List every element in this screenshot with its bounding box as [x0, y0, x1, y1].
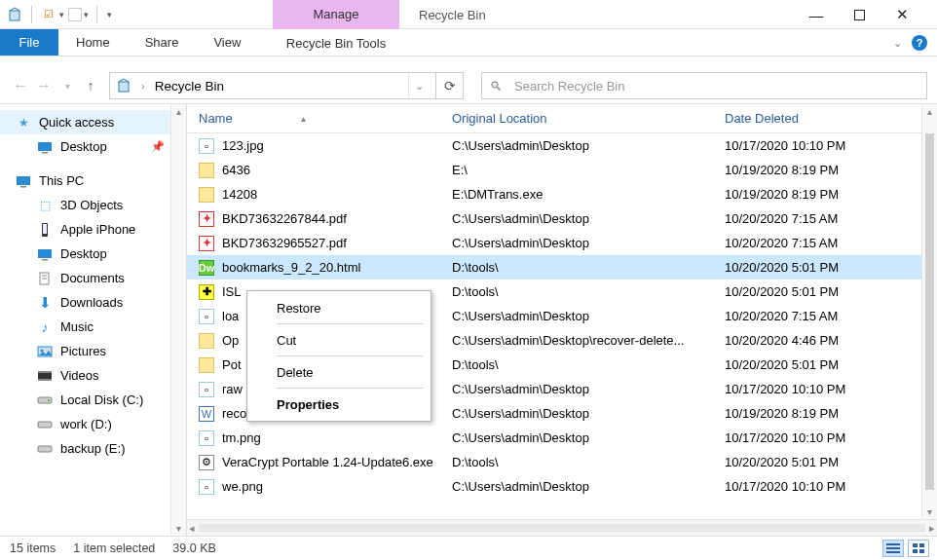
help-icon[interactable]: ?: [912, 35, 927, 51]
sort-indicator-icon: ▴: [301, 113, 306, 124]
tree-scrollbar[interactable]: ▴ ▾: [170, 104, 186, 536]
pin-icon: 📌: [151, 140, 165, 153]
file-name: BKD73632267844.pdf: [222, 211, 347, 226]
tab-share[interactable]: Share: [128, 29, 197, 56]
scroll-track[interactable]: [199, 524, 925, 532]
qat-customize-icon[interactable]: ▾: [103, 10, 112, 19]
tree-label: Apple iPhone: [60, 222, 135, 237]
tree-music[interactable]: ♪ Music: [0, 315, 186, 339]
scroll-down-icon[interactable]: ▾: [176, 523, 181, 534]
tree-local-disk-c[interactable]: Local Disk (C:): [0, 388, 186, 412]
forward-button[interactable]: →: [33, 75, 55, 96]
tree-label: Music: [60, 319, 94, 334]
scroll-up-icon[interactable]: ▴: [927, 106, 932, 117]
column-date-deleted[interactable]: Date Deleted: [725, 111, 937, 126]
svg-rect-4: [17, 176, 30, 185]
list-vertical-scrollbar[interactable]: ▴ ▾: [921, 104, 937, 519]
star-icon: ★: [16, 115, 31, 131]
table-row[interactable]: ▫we.pngC:\Users\admin\Desktop10/17/2020 …: [187, 474, 937, 499]
tree-quick-access[interactable]: ★ Quick access: [0, 110, 186, 134]
file-tab[interactable]: File: [0, 29, 58, 56]
table-row[interactable]: ✦BKD73632267844.pdfC:\Users\admin\Deskto…: [187, 206, 937, 231]
view-details-button[interactable]: [882, 540, 904, 557]
qat-blank-icon[interactable]: [68, 8, 82, 21]
refresh-button[interactable]: ⟳: [436, 72, 464, 99]
tree-label: Videos: [60, 368, 99, 383]
table-row[interactable]: ⚙VeraCrypt Portable 1.24-Update6.exeD:\t…: [187, 450, 937, 474]
ribbon-tabs: File Home Share View Recycle Bin Tools ⌄…: [0, 29, 937, 56]
qat-properties-icon[interactable]: ☑: [40, 6, 57, 23]
tree-label: Desktop: [60, 246, 107, 261]
image-file-icon: ▫: [199, 479, 214, 495]
list-horizontal-scrollbar[interactable]: ◂ ▸: [187, 519, 937, 536]
tree-3d-objects[interactable]: ⬚ 3D Objects: [0, 193, 186, 217]
ctx-cut[interactable]: Cut: [247, 327, 431, 353]
ribbon-expand-icon[interactable]: ⌄: [893, 37, 902, 50]
tab-home[interactable]: Home: [58, 29, 128, 56]
view-large-icons-button[interactable]: [908, 540, 929, 557]
context-menu: Restore Cut Delete Properties: [246, 290, 431, 422]
chevron-right-icon[interactable]: ›: [137, 80, 149, 92]
up-button[interactable]: ↑: [80, 75, 101, 96]
tree-label: Documents: [60, 271, 125, 285]
tab-recycle-bin-tools[interactable]: Recycle Bin Tools: [273, 29, 399, 56]
search-input[interactable]: [512, 78, 918, 94]
tree-backup-e[interactable]: backup (E:): [0, 436, 186, 461]
address-bar[interactable]: › Recycle Bin ⌄: [109, 72, 436, 99]
tree-apple-iphone[interactable]: Apple iPhone: [0, 217, 186, 242]
close-button[interactable]: ✕: [888, 6, 916, 23]
address-history-icon[interactable]: ⌄: [408, 73, 430, 98]
file-name: ISL: [222, 284, 242, 299]
scroll-up-icon[interactable]: ▴: [176, 106, 181, 117]
search-box[interactable]: 🔍︎: [481, 72, 927, 99]
file-name: 123.jpg: [222, 138, 264, 153]
tree-documents[interactable]: Documents: [0, 266, 186, 290]
svg-rect-8: [38, 249, 52, 258]
scroll-thumb[interactable]: [925, 133, 934, 490]
this-pc-icon: [16, 173, 31, 189]
tree-work-d[interactable]: work (D:): [0, 412, 186, 436]
dreamweaver-file-icon: Dw: [199, 260, 214, 276]
videos-icon: [37, 368, 53, 384]
tree-label: This PC: [39, 173, 84, 188]
tree-videos[interactable]: Videos: [0, 363, 186, 388]
table-row[interactable]: 14208E:\DMTrans.exe10/19/2020 8:19 PM: [187, 182, 937, 206]
tree-qa-desktop[interactable]: Desktop 📌: [0, 134, 186, 159]
maximize-button[interactable]: [845, 7, 873, 23]
recent-locations-icon[interactable]: ▾: [56, 75, 78, 96]
title-bar: ☑ ▾ ▾ ▾ Manage Recycle Bin — ✕: [0, 0, 937, 29]
ctx-restore[interactable]: Restore: [247, 295, 431, 320]
table-row[interactable]: ▫123.jpgC:\Users\admin\Desktop10/17/2020…: [187, 133, 937, 158]
table-row[interactable]: Dwbookmarks_9_2_20.htmlD:\tools\10/20/20…: [187, 255, 937, 280]
column-name[interactable]: Name: [199, 111, 233, 126]
breadcrumb[interactable]: Recycle Bin: [155, 79, 402, 93]
isl-file-icon: ✚: [199, 284, 214, 300]
tree-downloads[interactable]: ⬇ Downloads: [0, 290, 186, 315]
ctx-properties[interactable]: Properties: [247, 392, 431, 417]
svg-rect-5: [20, 186, 26, 188]
table-row[interactable]: ▫tm.pngC:\Users\admin\Desktop10/17/2020 …: [187, 426, 937, 450]
table-row[interactable]: 6436E:\10/19/2020 8:19 PM: [187, 158, 937, 182]
scroll-right-icon[interactable]: ▸: [929, 522, 935, 535]
tab-view[interactable]: View: [196, 29, 258, 56]
column-headers[interactable]: Name ▴ Original Location Date Deleted: [187, 104, 937, 133]
tree-desktop[interactable]: Desktop: [0, 242, 186, 266]
chevron-down-icon[interactable]: ▾: [84, 10, 89, 19]
minimize-button[interactable]: —: [803, 7, 830, 23]
status-size: 39.0 KB: [172, 541, 215, 555]
scroll-down-icon[interactable]: ▾: [927, 506, 932, 517]
menu-separator: [277, 388, 423, 389]
svg-rect-28: [919, 549, 924, 553]
scroll-left-icon[interactable]: ◂: [189, 522, 195, 535]
ctx-delete[interactable]: Delete: [247, 359, 431, 385]
tree-this-pc[interactable]: This PC: [0, 168, 186, 193]
back-button[interactable]: ←: [10, 75, 31, 96]
table-row[interactable]: ✦BKD73632965527.pdfC:\Users\admin\Deskto…: [187, 231, 937, 255]
tree-pictures[interactable]: Pictures: [0, 339, 186, 363]
status-bar: 15 items 1 item selected 39.0 KB: [0, 536, 937, 559]
svg-rect-7: [43, 224, 47, 234]
navigation-pane[interactable]: ★ Quick access Desktop 📌 This PC ⬚ 3D Ob…: [0, 104, 187, 536]
column-original-location[interactable]: Original Location: [452, 111, 725, 126]
chevron-down-icon[interactable]: ▾: [59, 10, 64, 19]
file-origin: C:\Users\admin\Desktop: [452, 430, 725, 445]
